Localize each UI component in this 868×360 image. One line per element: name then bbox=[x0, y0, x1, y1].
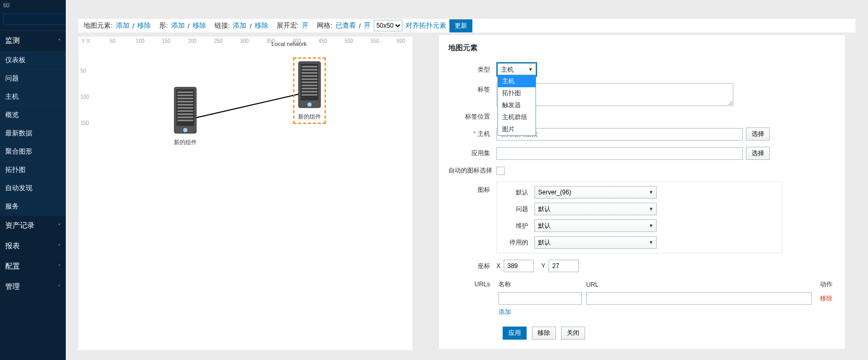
nav-discovery-label: 自动发现 bbox=[5, 183, 32, 193]
svg-rect-24 bbox=[302, 85, 317, 86]
nav-overview[interactable]: 概览 bbox=[0, 106, 66, 124]
nav-monitoring-label: 监测 bbox=[5, 36, 20, 45]
nav-services[interactable]: 服务 bbox=[0, 198, 66, 216]
ruler-x: 50 100 150 200 250 300 350 400 450 500 5… bbox=[94, 38, 410, 47]
nav-problems-label: 问题 bbox=[5, 74, 19, 83]
url-add-link[interactable]: 添加 bbox=[498, 308, 511, 316]
toolbar-link-remove[interactable]: 移除 bbox=[255, 21, 268, 30]
nav-maps[interactable]: 拓扑图 bbox=[0, 161, 66, 179]
x-tick: 100 bbox=[136, 38, 145, 44]
url-value-input[interactable] bbox=[586, 292, 812, 305]
toolbar-expand-on[interactable]: 开 bbox=[302, 21, 308, 30]
type-option-map[interactable]: 拓扑图 bbox=[498, 87, 536, 99]
x-tick: 450 bbox=[318, 38, 327, 44]
svg-rect-11 bbox=[177, 110, 193, 112]
nav-reports[interactable]: 报表 ˅ bbox=[0, 236, 66, 257]
sep: / bbox=[249, 22, 252, 30]
type-option-host[interactable]: 主机 bbox=[498, 75, 536, 87]
chevron-down-icon: ˅ bbox=[58, 264, 61, 270]
type-option-trigger[interactable]: 触发器 bbox=[498, 99, 536, 111]
toolbar-grid-shown[interactable]: 已查看 bbox=[336, 21, 356, 30]
auto-icon-checkbox[interactable] bbox=[496, 167, 505, 175]
type-option-hostgroup[interactable]: 主机群组 bbox=[498, 111, 536, 123]
nav-inventory-label: 资产记录 bbox=[5, 221, 34, 230]
toolbar-mapel-label: 地图元素: bbox=[84, 21, 113, 30]
toolbar-shape-remove[interactable]: 移除 bbox=[193, 21, 206, 30]
url-remove-link[interactable]: 移除 bbox=[820, 295, 833, 302]
appset-input[interactable] bbox=[496, 147, 743, 160]
coord-x-input[interactable] bbox=[504, 260, 534, 272]
url-name-input[interactable] bbox=[498, 292, 582, 305]
map-node-1-caption: 新的组件 bbox=[172, 138, 198, 146]
toolbar-align[interactable]: 对齐拓扑元素 bbox=[406, 21, 446, 30]
host-select-button[interactable]: 选择 bbox=[746, 127, 770, 141]
svg-rect-9 bbox=[177, 104, 193, 106]
toolbar-mapel-add[interactable]: 添加 bbox=[116, 21, 129, 30]
nav-monitoring[interactable]: 监测 ˄ bbox=[0, 31, 66, 51]
y-tick: 50 bbox=[80, 68, 86, 74]
toolbar-shape-add[interactable]: 添加 bbox=[171, 21, 185, 30]
nav-problems[interactable]: 问题 bbox=[0, 69, 66, 88]
icon-group: 默认 Server_(96)▼ 问题 默认▼ 维护 默认▼ 停用的 默认▼ bbox=[496, 181, 782, 253]
chevron-down-icon: ˅ bbox=[58, 223, 61, 229]
chevron-down-icon: ˅ bbox=[58, 243, 61, 249]
map-node-server-1[interactable]: 新的组件 bbox=[172, 86, 198, 146]
update-button[interactable]: 更新 bbox=[449, 19, 472, 32]
nav-hosts[interactable]: 主机 bbox=[0, 88, 66, 106]
toolbar-grid-on[interactable]: 开 bbox=[364, 21, 371, 30]
nav-screens[interactable]: 聚合图形 bbox=[0, 143, 66, 161]
nav-config-label: 配置 bbox=[5, 262, 20, 271]
grid-size-select[interactable]: 50x50 bbox=[374, 20, 402, 31]
nav-services-label: 服务 bbox=[5, 202, 19, 211]
map-node-server-2-selected[interactable]: 新的组件 bbox=[293, 57, 326, 124]
icon-maint-select[interactable]: 默认 bbox=[534, 219, 657, 232]
appset-label: 应用集 bbox=[448, 149, 496, 158]
icon-disabled-select[interactable]: 默认 bbox=[534, 236, 657, 249]
coord-label: 座标 bbox=[448, 262, 496, 271]
remove-button[interactable]: 移除 bbox=[532, 327, 556, 340]
nav-config[interactable]: 配置 ˅ bbox=[0, 257, 66, 277]
url-row: 移除 bbox=[496, 291, 835, 306]
svg-rect-6 bbox=[177, 95, 193, 96]
coord-y-label: Y bbox=[541, 262, 545, 270]
nav-inventory[interactable]: 资产记录 ˅ bbox=[0, 216, 66, 236]
sep: / bbox=[359, 22, 361, 30]
close-button[interactable]: 关闭 bbox=[561, 327, 585, 340]
icon-problem-select[interactable]: 默认 bbox=[534, 203, 657, 215]
icon-label: 图标 bbox=[448, 181, 496, 194]
nav-reports-label: 报表 bbox=[5, 241, 20, 251]
icon-default-select[interactable]: Server_(96) bbox=[534, 186, 657, 199]
type-option-image[interactable]: 图片 bbox=[498, 123, 536, 135]
nav-dashboard[interactable]: 仪表板 bbox=[0, 51, 66, 69]
y-tick: 100 bbox=[80, 94, 89, 100]
x-tick: 500 bbox=[344, 38, 353, 44]
toolbar-mapel-remove[interactable]: 移除 bbox=[137, 21, 151, 30]
svg-rect-21 bbox=[302, 75, 317, 77]
svg-rect-27 bbox=[302, 94, 317, 96]
search-input[interactable] bbox=[3, 14, 66, 25]
urls-label: URLs bbox=[448, 278, 496, 288]
map-area[interactable]: Local network 新的组件 新的组件 bbox=[94, 52, 412, 350]
host-label: 主机 bbox=[448, 130, 496, 138]
nav-screens-label: 聚合图形 bbox=[5, 147, 32, 156]
map-canvas: Y X: 50 100 150 200 250 300 350 400 450 … bbox=[78, 37, 412, 350]
nav-hosts-label: 主机 bbox=[5, 92, 19, 101]
icon-default-label: 默认 bbox=[503, 188, 534, 197]
nav-latest[interactable]: 最新数据 bbox=[0, 124, 66, 143]
map-link[interactable] bbox=[94, 52, 428, 209]
apply-button[interactable]: 应用 bbox=[503, 327, 527, 340]
sep: / bbox=[188, 22, 190, 30]
type-select[interactable]: 主机 bbox=[497, 63, 536, 76]
coord-y-input[interactable] bbox=[549, 260, 579, 272]
type-select-value: 主机 bbox=[501, 65, 514, 74]
nav-admin[interactable]: 管理 ˅ bbox=[0, 277, 66, 297]
svg-rect-25 bbox=[302, 88, 317, 89]
nav-overview-label: 概览 bbox=[5, 110, 19, 120]
svg-rect-22 bbox=[302, 78, 317, 80]
nav-discovery[interactable]: 自动发现 bbox=[0, 179, 66, 198]
svg-rect-7 bbox=[177, 98, 193, 99]
svg-rect-23 bbox=[302, 82, 317, 83]
svg-rect-20 bbox=[302, 72, 317, 74]
appset-select-button[interactable]: 选择 bbox=[746, 147, 770, 160]
toolbar-link-add[interactable]: 添加 bbox=[233, 21, 246, 30]
